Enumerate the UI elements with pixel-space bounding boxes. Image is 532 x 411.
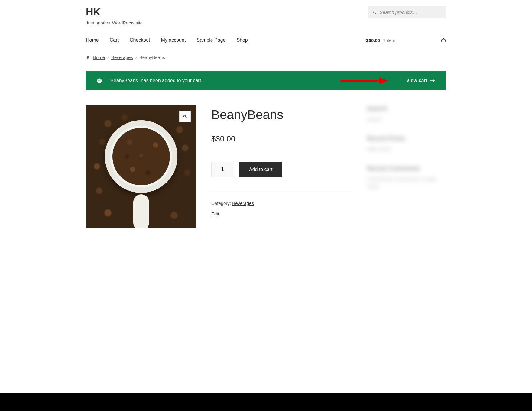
sidebar-recent-posts-title: Recent Posts [367,135,446,142]
nav-link-home[interactable]: Home [86,31,99,49]
site-tagline: Just another WordPress site [86,20,143,25]
add-to-cart-button[interactable]: Add to cart [239,162,282,177]
site-title[interactable]: HK [86,6,143,18]
nav-link-checkout[interactable]: Checkout [130,31,150,49]
sidebar-search-btn: Search [367,116,446,123]
nav-link-account[interactable]: My account [161,31,186,49]
product-meta: Category: Beverages Edit [211,193,352,216]
cart-item-count: 1 item [383,38,395,43]
view-cart-button[interactable]: View cart [401,78,435,83]
sidebar: Search Search Recent Posts Hello world! … [367,105,446,228]
cart-summary[interactable]: $30.00 1 item [366,37,446,43]
sidebar-recent-comments-title: Recent Comments [367,165,446,172]
breadcrumb-category[interactable]: Beverages [111,55,133,60]
view-cart-label: View cart [406,78,427,83]
nav-link-shop[interactable]: Shop [236,31,248,49]
home-icon [86,55,90,60]
search-input[interactable] [380,10,441,15]
sidebar-recent-comment-item: A WordPress Commenter on Hello world! [367,176,446,190]
nav-link-cart[interactable]: Cart [110,31,119,49]
zoom-button[interactable] [179,111,191,122]
search-box[interactable] [368,6,446,18]
site-brand: HK Just another WordPress site [86,6,143,25]
product-title: BeanyBeans [211,108,352,122]
red-arrow-annotation-icon [340,76,389,85]
zoom-icon [183,114,187,119]
product-image[interactable] [86,105,196,228]
breadcrumb-sep-icon: › [135,55,137,60]
breadcrumb-sep-icon: › [107,55,109,60]
sidebar-search-title: Search [367,105,446,112]
sidebar-recent-post-item: Hello world! [367,146,446,153]
basket-icon [441,37,446,43]
cart-success-notice: “BeanyBeans” has been added to your cart… [86,71,446,90]
nav-links: Home Cart Checkout My account Sample Pag… [86,31,248,49]
product-price: $30.00 [211,134,352,144]
edit-link[interactable]: Edit [211,211,352,216]
notice-message: “BeanyBeans” has been added to your cart… [109,78,203,83]
check-circle-icon [97,78,102,83]
breadcrumb-home[interactable]: Home [93,55,105,60]
breadcrumb-current: BeanyBeans [139,55,165,60]
nav-link-sample[interactable]: Sample Page [196,31,225,49]
search-icon [372,10,377,15]
cart-total-price: $30.00 [366,38,380,43]
coffee-beans-image [86,105,196,228]
breadcrumb: Home › Beverages › BeanyBeans [80,49,452,65]
arrow-right-icon [430,79,435,82]
quantity-input[interactable] [211,162,234,177]
category-label: Category: [211,201,232,206]
category-link[interactable]: Beverages [232,201,254,206]
